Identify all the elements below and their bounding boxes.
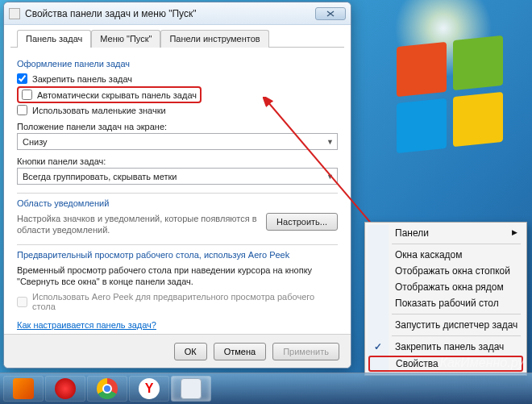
close-icon — [326, 10, 335, 17]
help-link[interactable]: Как настраивается панель задач? — [17, 320, 156, 330]
menu-stack[interactable]: Отображать окна стопкой — [368, 263, 524, 279]
taskbar-properties-dialog: Свойства панели задач и меню "Пуск" Пане… — [3, 2, 351, 369]
small-icons-checkbox[interactable] — [17, 105, 27, 115]
buttons-select[interactable]: Всегда группировать, скрывать метки ▼ — [17, 168, 338, 185]
menu-properties[interactable]: Свойства — [368, 356, 523, 372]
chrome-icon — [97, 378, 118, 399]
autohide-checkbox[interactable] — [22, 90, 32, 100]
autohide-highlight: Автоматически скрывать панель задач — [17, 86, 202, 103]
app-icon — [181, 378, 202, 399]
tab-startmenu[interactable]: Меню "Пуск" — [91, 30, 160, 48]
submenu-arrow-icon: ▶ — [512, 228, 517, 236]
configure-button[interactable]: Настроить... — [266, 213, 338, 231]
group-taskbar-appearance: Оформление панели задач — [17, 59, 338, 69]
chevron-down-icon: ▼ — [326, 173, 334, 181]
position-value: Снизу — [23, 137, 48, 147]
divider — [17, 244, 338, 245]
taskbar-chrome[interactable] — [87, 376, 127, 402]
menu-lock-taskbar[interactable]: Закрепить панель задач — [368, 339, 524, 355]
chevron-down-icon: ▼ — [326, 138, 334, 146]
group-aero-peek: Предварительный просмотр рабочего стола,… — [17, 250, 338, 260]
notification-desc: Настройка значков и уведомлений, которые… — [17, 213, 258, 236]
lock-taskbar-row[interactable]: Закрепить панель задач — [17, 73, 338, 84]
tab-toolbars[interactable]: Панели инструментов — [160, 30, 268, 48]
aero-desc: Временный просмотр рабочего стола при на… — [17, 264, 338, 288]
taskbar-yandex[interactable]: Y — [129, 376, 169, 402]
taskbar[interactable]: Y — [0, 373, 532, 404]
position-select[interactable]: Снизу ▼ — [17, 133, 338, 150]
menu-task-manager[interactable]: Запустить диспетчер задач — [368, 317, 524, 333]
tab-taskbar[interactable]: Панель задач — [17, 30, 91, 48]
window-title: Свойства панели задач и меню "Пуск" — [25, 8, 315, 19]
windows-logo — [397, 44, 509, 157]
aero-peek-label: Использовать Aero Peek для предварительн… — [32, 292, 338, 311]
autohide-label: Автоматически скрывать панель задач — [37, 90, 197, 100]
apply-button[interactable]: Применить — [272, 343, 339, 360]
taskbar-opera[interactable] — [45, 376, 85, 402]
tab-panel: Оформление панели задач Закрепить панель… — [4, 48, 351, 338]
lock-taskbar-label: Закрепить панель задач — [32, 74, 132, 84]
group-notification: Область уведомлений — [17, 198, 338, 208]
menu-separator — [392, 244, 521, 244]
small-icons-row[interactable]: Использовать маленькие значки — [17, 105, 338, 115]
menu-panels[interactable]: Панели ▶ — [368, 225, 524, 241]
cancel-button[interactable]: Отмена — [214, 343, 266, 360]
position-label: Положение панели задач на экране: — [17, 122, 338, 131]
aero-peek-row[interactable]: Использовать Aero Peek для предварительн… — [17, 292, 338, 311]
divider — [17, 193, 338, 194]
aero-peek-checkbox[interactable] — [17, 297, 27, 307]
small-icons-label: Использовать маленькие значки — [32, 106, 166, 115]
taskbar-context-menu: Панели ▶ Окна каскадом Отображать окна с… — [364, 222, 527, 376]
menu-cascade[interactable]: Окна каскадом — [368, 247, 524, 263]
autohide-row[interactable]: Автоматически скрывать панель задач — [22, 90, 197, 100]
lock-taskbar-checkbox[interactable] — [17, 73, 27, 84]
taskbar-app-active[interactable] — [171, 376, 211, 402]
buttons-label: Кнопки панели задач: — [17, 156, 338, 166]
close-button[interactable] — [315, 7, 346, 20]
menu-sidebyside[interactable]: Отображать окна рядом — [368, 279, 524, 295]
opera-icon — [55, 378, 76, 399]
menu-show-desktop[interactable]: Показать рабочий стол — [368, 295, 524, 311]
menu-separator — [392, 335, 521, 336]
wmp-icon — [13, 378, 34, 399]
menu-separator — [392, 314, 521, 314]
dialog-buttons: ОК Отмена Применить — [4, 334, 351, 368]
yandex-icon: Y — [139, 378, 160, 399]
tabs: Панель задач Меню "Пуск" Панели инструме… — [10, 25, 344, 48]
ok-button[interactable]: ОК — [174, 343, 207, 360]
buttons-value: Всегда группировать, скрывать метки — [23, 172, 177, 181]
titlebar[interactable]: Свойства панели задач и меню "Пуск" — [4, 2, 351, 25]
window-icon — [9, 8, 20, 19]
taskbar-wmp[interactable] — [3, 376, 44, 402]
